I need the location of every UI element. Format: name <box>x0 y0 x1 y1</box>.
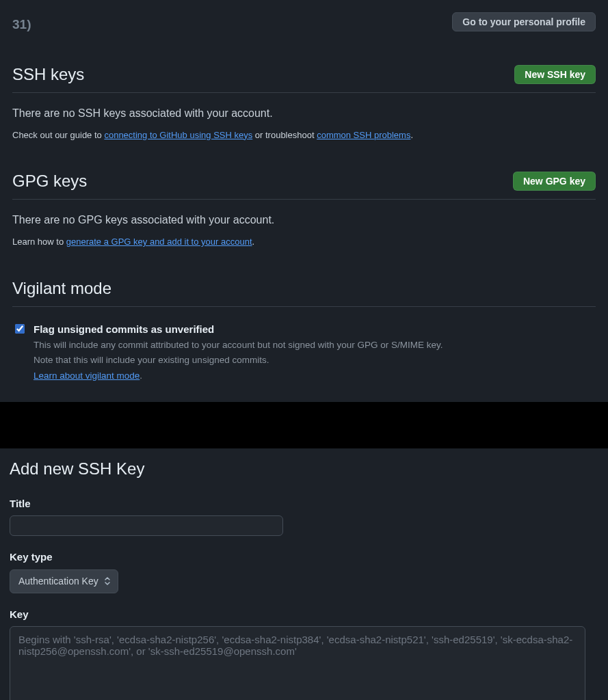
gpg-empty-message: There are no GPG keys associated with yo… <box>12 212 596 228</box>
title-input[interactable] <box>10 515 283 536</box>
ssh-keys-heading: SSH keys <box>12 62 84 87</box>
key-type-label: Key type <box>10 550 598 565</box>
new-ssh-key-button[interactable]: New SSH key <box>514 65 596 84</box>
flag-unsigned-checkbox[interactable] <box>15 324 25 334</box>
connecting-ssh-link[interactable]: connecting to GitHub using SSH keys <box>104 130 252 140</box>
generate-gpg-key-link[interactable]: generate a GPG key and add it to your ac… <box>66 237 252 247</box>
ssh-guide-text: Check out our guide to connecting to Git… <box>12 129 596 142</box>
go-to-profile-button[interactable]: Go to your personal profile <box>452 12 596 31</box>
common-ssh-problems-link[interactable]: common SSH problems <box>317 130 410 140</box>
title-label: Title <box>10 496 598 512</box>
section-divider <box>0 402 608 448</box>
gpg-keys-heading: GPG keys <box>12 169 87 193</box>
learn-vigilant-mode-link[interactable]: Learn about vigilant mode <box>34 371 140 381</box>
vigilant-desc-1: This will include any commit attributed … <box>34 338 443 352</box>
vigilant-desc-2: Note that this will include your existin… <box>34 353 443 367</box>
new-gpg-key-button[interactable]: New GPG key <box>513 172 596 191</box>
key-label: Key <box>10 607 598 623</box>
key-type-select[interactable]: Authentication Key <box>10 569 118 593</box>
vigilant-mode-heading: Vigilant mode <box>12 276 596 307</box>
add-ssh-key-heading: Add new SSH Key <box>10 457 598 481</box>
key-textarea[interactable] <box>10 626 585 700</box>
flag-unsigned-label: Flag unsigned commits as unverified <box>34 322 443 338</box>
ssh-empty-message: There are no SSH keys associated with yo… <box>12 105 596 122</box>
chevron-updown-icon <box>104 576 111 586</box>
gpg-guide-text: Learn how to generate a GPG key and add … <box>12 235 596 249</box>
page-id-fragment: 31) <box>12 15 31 35</box>
key-type-selected-value: Authentication Key <box>18 574 98 589</box>
